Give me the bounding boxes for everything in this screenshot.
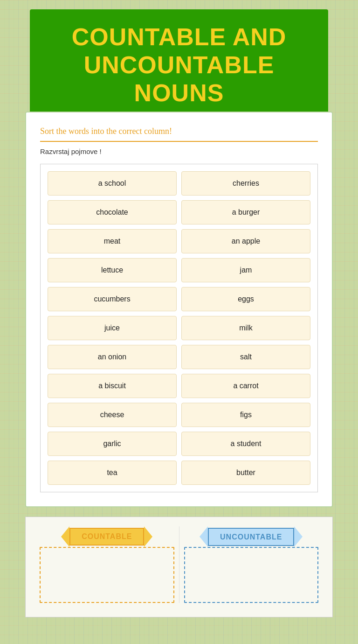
word-card[interactable]: a school bbox=[48, 171, 177, 196]
words-row: chocolatea burger bbox=[48, 200, 310, 224]
ribbon-tail-right-countable bbox=[144, 526, 152, 547]
word-card[interactable]: a burger bbox=[181, 200, 310, 224]
uncountable-drop-zone[interactable] bbox=[184, 547, 319, 603]
divider bbox=[40, 141, 318, 142]
countable-ribbon: COUNTABLE bbox=[61, 526, 152, 547]
word-card[interactable]: figs bbox=[181, 403, 310, 427]
word-card[interactable]: garlic bbox=[48, 432, 177, 456]
page-wrapper: COUNTABLE AND UNCOUNTABLE NOUNS Sort the… bbox=[0, 0, 358, 644]
uncountable-column: UNCOUNTABLE bbox=[179, 526, 324, 603]
word-card[interactable]: a student bbox=[181, 432, 310, 456]
header-banner: COUNTABLE AND UNCOUNTABLE NOUNS bbox=[30, 9, 328, 116]
word-card[interactable]: tea bbox=[48, 461, 177, 485]
ribbon-tail-left-uncountable bbox=[200, 526, 208, 547]
words-row: cucumberseggs bbox=[48, 287, 310, 311]
words-row: garlica student bbox=[48, 432, 310, 456]
word-card[interactable]: milk bbox=[181, 316, 310, 340]
words-row: a biscuita carrot bbox=[48, 374, 310, 398]
word-card[interactable]: lettuce bbox=[48, 258, 177, 282]
word-card[interactable]: salt bbox=[181, 345, 310, 369]
countable-drop-zone[interactable] bbox=[40, 547, 174, 603]
page-title: COUNTABLE AND UNCOUNTABLE NOUNS bbox=[48, 23, 310, 107]
sub-instruction: Razvrstaj pojmove ! bbox=[40, 147, 318, 155]
word-card[interactable]: cherries bbox=[181, 171, 310, 196]
word-card[interactable]: a carrot bbox=[181, 374, 310, 398]
word-card[interactable]: cucumbers bbox=[48, 287, 177, 311]
words-row: lettucejam bbox=[48, 258, 310, 282]
drop-section: COUNTABLE UNCOUNTABLE bbox=[25, 517, 333, 617]
uncountable-ribbon: UNCOUNTABLE bbox=[200, 526, 303, 547]
uncountable-label: UNCOUNTABLE bbox=[208, 528, 294, 546]
word-card[interactable]: juice bbox=[48, 316, 177, 340]
word-card[interactable]: an onion bbox=[48, 345, 177, 369]
main-card: Sort the words into the correct column! … bbox=[25, 112, 333, 507]
word-card[interactable]: eggs bbox=[181, 287, 310, 311]
word-card[interactable]: cheese bbox=[48, 403, 177, 427]
word-card[interactable]: chocolate bbox=[48, 200, 177, 224]
words-row: teabutter bbox=[48, 461, 310, 485]
word-card[interactable]: butter bbox=[181, 461, 310, 485]
sort-instruction: Sort the words into the correct column! bbox=[40, 126, 318, 136]
word-card[interactable]: meat bbox=[48, 229, 177, 253]
word-card[interactable]: an apple bbox=[181, 229, 310, 253]
word-card[interactable]: a biscuit bbox=[48, 374, 177, 398]
words-grid: a schoolcherrieschocolatea burgermeatan … bbox=[40, 164, 318, 492]
words-row: a schoolcherries bbox=[48, 171, 310, 196]
ribbon-tail-left-countable bbox=[61, 526, 69, 547]
words-row: juicemilk bbox=[48, 316, 310, 340]
words-row: cheesefigs bbox=[48, 403, 310, 427]
countable-label: COUNTABLE bbox=[69, 528, 144, 546]
words-row: an onionsalt bbox=[48, 345, 310, 369]
words-row: meatan apple bbox=[48, 229, 310, 253]
ribbon-tail-right-uncountable bbox=[294, 526, 303, 547]
countable-column: COUNTABLE bbox=[35, 526, 179, 603]
word-card[interactable]: jam bbox=[181, 258, 310, 282]
